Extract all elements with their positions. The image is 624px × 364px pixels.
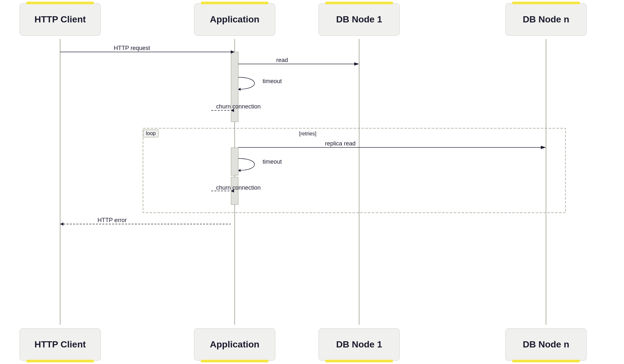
svg-rect-4: [231, 52, 238, 122]
actor-http-client-bottom-label: HTTP Client: [34, 339, 86, 350]
loop-condition: [retries]: [299, 131, 316, 137]
label-churn-connection-1: churn connection: [216, 103, 261, 110]
label-replica-read: replica read: [325, 140, 356, 147]
actor-db-node-n-top: DB Node n: [505, 3, 587, 36]
svg-marker-11: [354, 62, 359, 66]
svg-marker-16: [541, 146, 546, 149]
label-churn-connection-2: churn connection: [216, 184, 261, 191]
svg-rect-5: [231, 148, 238, 175]
label-http-error: HTTP error: [98, 217, 127, 224]
label-timeout-2: timeout: [263, 158, 282, 165]
label-read: read: [276, 57, 288, 64]
actor-db-node-1-bottom: DB Node 1: [318, 328, 400, 361]
actor-application-top-label: Application: [210, 14, 259, 25]
actor-http-client-top-label: HTTP Client: [34, 14, 86, 25]
svg-marker-17: [238, 169, 240, 172]
loop-label: loop: [143, 130, 159, 137]
svg-marker-21: [60, 222, 63, 226]
actor-db-node-1-bottom-label: DB Node 1: [336, 339, 382, 350]
actor-application-bottom: Application: [194, 328, 275, 361]
actor-application-top: Application: [194, 3, 275, 36]
label-timeout-1: timeout: [263, 78, 282, 85]
actor-http-client-bottom: HTTP Client: [20, 328, 101, 361]
label-http-request: HTTP request: [114, 45, 150, 52]
actor-http-client-top: HTTP Client: [20, 3, 101, 36]
actor-application-bottom-label: Application: [210, 339, 259, 350]
actor-db-node-n-top-label: DB Node n: [523, 14, 569, 25]
actor-db-node-1-top-label: DB Node 1: [336, 14, 382, 25]
svg-marker-9: [231, 50, 235, 54]
actor-db-node-n-bottom: DB Node n: [505, 328, 587, 361]
actor-db-node-n-bottom-label: DB Node n: [523, 339, 569, 350]
actor-db-node-1-top: DB Node 1: [318, 3, 400, 36]
sequence-diagram: HTTP Client Application DB Node 1 DB Nod…: [0, 0, 624, 364]
svg-marker-12: [238, 88, 240, 91]
